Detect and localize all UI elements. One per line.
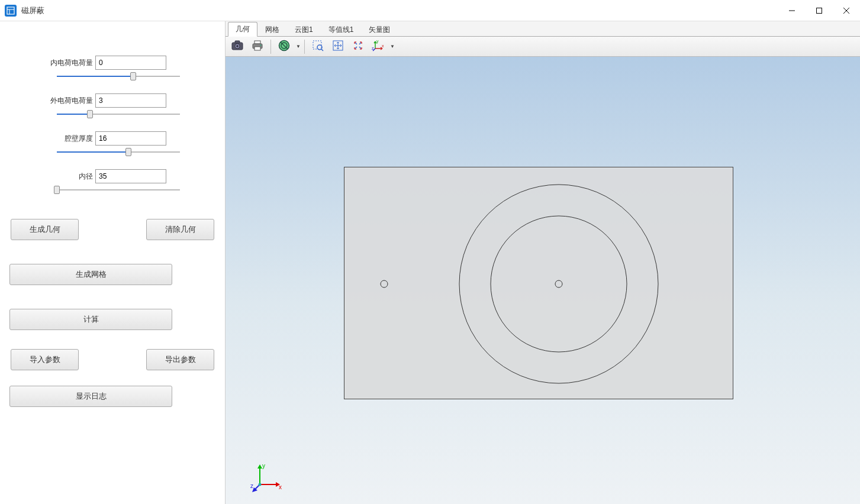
svg-rect-8 xyxy=(235,41,240,43)
app-icon xyxy=(5,5,17,17)
fit-extents-icon xyxy=(332,40,344,53)
minimize-button[interactable] xyxy=(778,0,806,21)
fit-button[interactable] xyxy=(328,38,347,55)
tabbar: 几何 网格 云图1 等值线1 矢量图 xyxy=(226,21,860,37)
outer-ring-circle xyxy=(459,185,658,383)
toolbar-separator xyxy=(304,40,305,54)
shield-icon xyxy=(278,40,290,53)
inner-charge-slider[interactable] xyxy=(57,72,180,80)
inner-radius-slider[interactable] xyxy=(57,186,180,194)
window-title: 磁屏蔽 xyxy=(21,5,44,16)
param-inner-radius: 内径 xyxy=(9,169,215,183)
material-dropdown-arrow[interactable]: ▼ xyxy=(295,44,301,49)
camera-icon xyxy=(231,40,243,53)
outer-charge-slider[interactable] xyxy=(57,110,180,118)
inner-radius-label: 内径 xyxy=(48,172,95,182)
wall-thickness-slider[interactable] xyxy=(57,148,180,156)
maximize-button[interactable] xyxy=(806,0,833,21)
outer-charge-input[interactable] xyxy=(95,93,166,108)
inner-charge-label: 内电荷电荷量 xyxy=(48,58,95,68)
geometry-rect xyxy=(344,167,733,399)
svg-rect-11 xyxy=(255,41,260,44)
tab-mesh[interactable]: 网格 xyxy=(257,22,287,37)
zoom-reset-icon xyxy=(352,40,364,53)
svg-text:y: y xyxy=(376,39,379,44)
param-inner-charge: 内电荷电荷量 xyxy=(9,56,215,70)
axis-x-label: x xyxy=(279,484,282,490)
inner-charge-input[interactable] xyxy=(95,56,166,70)
svg-point-10 xyxy=(236,45,239,47)
sidebar: 内电荷电荷量 外电荷电荷量 腔壁厚度 xyxy=(0,21,225,504)
toolbar: ▼ xyxy=(226,37,860,57)
content-area: 几何 网格 云图1 等值线1 矢量图 xyxy=(225,21,860,504)
generate-geometry-button[interactable]: 生成几何 xyxy=(11,219,79,240)
svg-point-34 xyxy=(259,483,262,486)
printer-icon xyxy=(252,40,263,53)
axis-z-label: z xyxy=(250,483,253,489)
tab-contour1[interactable]: 等值线1 xyxy=(321,22,362,37)
zoom-box-button[interactable] xyxy=(308,38,327,55)
show-log-button[interactable]: 显示日志 xyxy=(9,386,172,407)
svg-rect-13 xyxy=(255,47,260,50)
axes-icon: y x z xyxy=(372,39,385,54)
param-outer-charge: 外电荷电荷量 xyxy=(9,93,215,108)
axes-dropdown-arrow[interactable]: ▼ xyxy=(389,44,395,49)
axis-y-label: y xyxy=(262,463,265,469)
outer-charge-circle xyxy=(381,280,388,287)
axis-triad: y x z xyxy=(249,460,285,495)
svg-text:z: z xyxy=(372,46,374,50)
clear-geometry-button[interactable]: 清除几何 xyxy=(146,219,214,240)
tab-surface1[interactable]: 云图1 xyxy=(287,22,321,37)
export-params-button[interactable]: 导出参数 xyxy=(146,349,214,370)
svg-marker-29 xyxy=(257,464,262,469)
svg-rect-4 xyxy=(817,8,822,13)
inner-charge-circle xyxy=(555,280,562,287)
snapshot-button[interactable] xyxy=(228,38,247,55)
inner-ring-circle xyxy=(491,216,627,352)
svg-rect-0 xyxy=(7,7,14,14)
print-button[interactable] xyxy=(248,38,267,55)
inner-radius-input[interactable] xyxy=(95,169,166,183)
zoom-box-icon xyxy=(312,40,324,53)
outer-charge-label: 外电荷电荷量 xyxy=(48,96,95,106)
import-params-button[interactable]: 导入参数 xyxy=(11,349,79,370)
toolbar-separator xyxy=(270,40,271,54)
titlebar: 磁屏蔽 xyxy=(0,0,860,21)
svg-line-20 xyxy=(321,49,323,51)
tab-geometry[interactable]: 几何 xyxy=(228,22,257,37)
param-wall-thickness: 腔壁厚度 xyxy=(9,131,215,146)
tab-vector[interactable]: 矢量图 xyxy=(361,22,398,37)
zoom-reset-button[interactable] xyxy=(349,38,368,55)
close-button[interactable] xyxy=(833,0,860,21)
axes-button[interactable]: y x z xyxy=(369,38,388,55)
viewport-3d[interactable]: y x z xyxy=(226,57,860,504)
generate-mesh-button[interactable]: 生成网格 xyxy=(9,264,172,285)
material-button[interactable] xyxy=(275,38,294,55)
svg-text:x: x xyxy=(382,44,384,48)
wall-thickness-input[interactable] xyxy=(95,131,166,146)
compute-button[interactable]: 计算 xyxy=(9,309,172,330)
svg-point-14 xyxy=(260,45,262,46)
wall-thickness-label: 腔壁厚度 xyxy=(48,134,95,144)
